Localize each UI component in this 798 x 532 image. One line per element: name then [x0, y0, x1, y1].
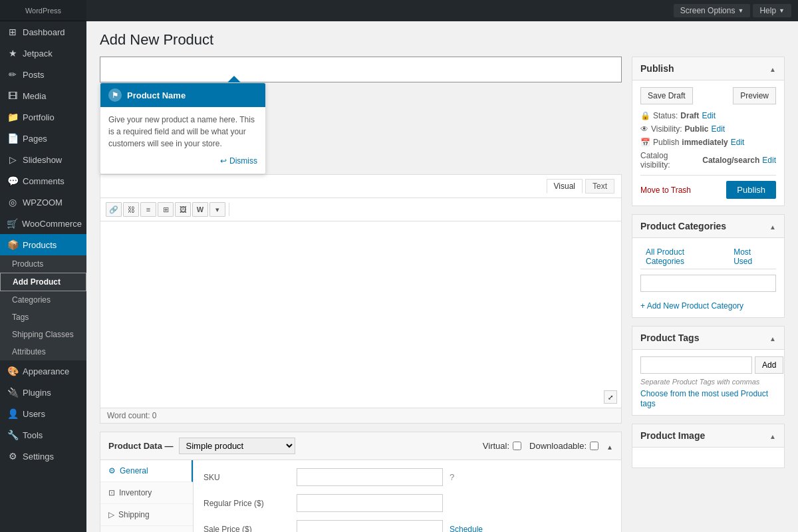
sidebar-item-slideshow[interactable]: ▷ Slideshow	[0, 149, 86, 170]
visibility-icon: 👁	[640, 124, 648, 134]
product-data-header: Product Data — Simple product Variable p…	[100, 432, 621, 460]
sidebar-item-users[interactable]: 👤 Users	[0, 403, 86, 424]
product-image-title: Product Image	[640, 430, 705, 441]
product-data-title: Product Data — Simple product Variable p…	[108, 438, 295, 454]
tooltip-dismiss-btn[interactable]: ↩ Dismiss	[108, 156, 257, 166]
sidebar-item-settings[interactable]: ⚙ Settings	[0, 446, 86, 467]
toolbar-table-btn[interactable]: ⊞	[158, 202, 174, 217]
product-image-widget: Product Image	[632, 424, 785, 468]
sidebar-item-tools[interactable]: 🔧 Tools	[0, 424, 86, 446]
tooltip-container: ⚑ Product Name Give your new product a n…	[100, 82, 622, 174]
sale-price-input[interactable]	[297, 520, 443, 532]
publish-label: Publish	[653, 138, 679, 147]
publish-collapse-btn[interactable]	[769, 63, 776, 74]
sidebar-item-portfolio[interactable]: 📁 Portfolio	[0, 106, 86, 128]
category-search-input[interactable]	[640, 275, 776, 292]
inventory-icon: ⊡	[108, 488, 115, 497]
product-data-section: Product Data — Simple product Variable p…	[100, 432, 622, 532]
sidebar-item-posts[interactable]: ✏ Posts	[0, 64, 86, 85]
sidebar-submenu-attributes[interactable]: Attributes	[0, 343, 86, 360]
tags-widget: Product Tags Add Separate Product Tags w…	[632, 326, 785, 416]
add-category-link[interactable]: + Add New Product Category	[640, 301, 776, 311]
publish-edit-link[interactable]: Edit	[731, 138, 745, 147]
virtual-checkbox[interactable]	[513, 442, 521, 450]
move-to-trash-link[interactable]: Move to Trash	[640, 186, 691, 195]
publish-footer: Move to Trash Publish	[640, 175, 776, 199]
screen-options-button[interactable]: Screen Options ▼	[674, 4, 751, 17]
sku-input[interactable]	[297, 468, 443, 486]
general-icon: ⚙	[108, 466, 116, 475]
editor-toolbar: 🔗 ⛓ ≡ ⊞ 🖼 W ▾	[100, 198, 621, 221]
status-edit-link[interactable]: Edit	[702, 111, 716, 120]
help-button[interactable]: Help ▼	[753, 4, 791, 17]
publish-widget-header: Publish	[632, 57, 784, 80]
sidebar-item-appearance[interactable]: 🎨 Appearance	[0, 360, 86, 382]
downloadable-checkbox[interactable]	[590, 442, 598, 450]
sidebar-submenu-tags[interactable]: Tags	[0, 309, 86, 326]
sidebar-item-wpzoom[interactable]: ◎ WPZOOM	[0, 192, 86, 213]
sidebar-submenu-shipping-classes[interactable]: Shipping Classes	[0, 326, 86, 343]
dashboard-icon: ⊞	[7, 27, 19, 37]
sidebar-item-media[interactable]: 🎞 Media	[0, 85, 86, 106]
pd-tab-general[interactable]: ⚙ General	[100, 460, 193, 482]
preview-button[interactable]: Preview	[733, 87, 776, 104]
product-type-select[interactable]: Simple product Variable product Grouped …	[179, 438, 295, 454]
product-data-collapse[interactable]	[606, 440, 613, 452]
sidebar-item-dashboard[interactable]: ⊞ Dashboard	[0, 21, 86, 43]
slideshow-icon: ▷	[7, 154, 19, 165]
publish-button[interactable]: Publish	[726, 181, 776, 199]
most-used-tab[interactable]: Most Used	[728, 245, 776, 269]
editor-section: Visual Text 🔗 ⛓ ≡ ⊞ 🖼 W ▾ ⤢	[100, 174, 622, 408]
expand-editor-btn[interactable]: ⤢	[604, 390, 617, 404]
pd-tab-shipping[interactable]: ▷ Shipping	[100, 504, 193, 526]
sidebar-submenu-add-product[interactable]: Add Product	[0, 273, 86, 291]
sidebar-item-comments[interactable]: 💬 Comments	[0, 170, 86, 192]
catalog-edit-link[interactable]: Edit	[762, 156, 776, 165]
tags-widget-body: Add Separate Product Tags with commas Ch…	[632, 350, 784, 415]
editor-tabs: Visual Text	[100, 175, 621, 198]
add-tag-button[interactable]: Add	[755, 356, 783, 374]
sidebar-item-plugins[interactable]: 🔌 Plugins	[0, 382, 86, 403]
sidebar: WordPress ⊞ Dashboard ★ Jetpack ✏ Posts …	[0, 0, 86, 532]
sale-price-label: Sale Price ($)	[203, 525, 290, 533]
tags-collapse-btn[interactable]	[769, 332, 776, 344]
toolbar-more-btn[interactable]: ▾	[209, 202, 225, 217]
main-content: Add New Product ⚑ Product Name Give your…	[86, 21, 798, 532]
categories-widget: Product Categories All Product Categorie…	[632, 214, 785, 318]
tooltip-text: Give your new product a name here. This …	[108, 114, 257, 150]
product-name-input[interactable]	[100, 57, 622, 82]
pd-tab-inventory[interactable]: ⊡ Inventory	[100, 482, 193, 504]
regular-price-input[interactable]	[297, 494, 443, 512]
all-categories-tab[interactable]: All Product Categories	[640, 245, 728, 269]
posts-icon: ✏	[7, 69, 19, 80]
toolbar-list-btn[interactable]: ≡	[140, 202, 156, 217]
sidebar-item-jetpack[interactable]: ★ Jetpack	[0, 43, 86, 64]
topbar: Screen Options ▼ Help ▼	[86, 0, 798, 21]
tab-text[interactable]: Text	[585, 179, 614, 194]
toolbar-media-btn[interactable]: 🖼	[175, 202, 191, 217]
sidebar-submenu-products[interactable]: Products	[0, 255, 86, 273]
schedule-link[interactable]: Schedule	[450, 525, 483, 533]
tooltip-header: ⚑ Product Name	[100, 83, 265, 107]
tag-input[interactable]	[640, 356, 752, 374]
sidebar-submenu-categories[interactable]: Categories	[0, 291, 86, 309]
visibility-edit-link[interactable]: Edit	[711, 124, 725, 134]
toolbar-w-btn[interactable]: W	[192, 202, 208, 217]
most-used-tags-link[interactable]: Choose from the most used Product tags	[640, 389, 768, 408]
page-title: Add New Product	[100, 31, 785, 49]
sidebar-item-products[interactable]: 📦 Products	[0, 234, 86, 255]
save-draft-button[interactable]: Save Draft	[640, 87, 693, 104]
publish-widget: Publish Save Draft Preview 🔒 Status: Dra…	[632, 57, 785, 206]
sku-help-icon: ?	[450, 472, 454, 482]
toolbar-unlink-btn[interactable]: ⛓	[123, 202, 139, 217]
sidebar-item-woocommerce[interactable]: 🛒 WooCommerce	[0, 213, 86, 234]
editor-content-area[interactable]: ⤢	[100, 221, 621, 408]
category-tabs: All Product Categories Most Used	[640, 245, 776, 269]
product-image-collapse-btn[interactable]	[769, 430, 776, 442]
sidebar-item-pages[interactable]: 📄 Pages	[0, 128, 86, 149]
settings-icon: ⚙	[7, 451, 19, 462]
toolbar-link-btn[interactable]: 🔗	[106, 202, 122, 217]
categories-collapse-btn[interactable]	[769, 220, 776, 232]
tab-visual[interactable]: Visual	[547, 179, 583, 194]
product-image-widget-body	[632, 448, 784, 467]
